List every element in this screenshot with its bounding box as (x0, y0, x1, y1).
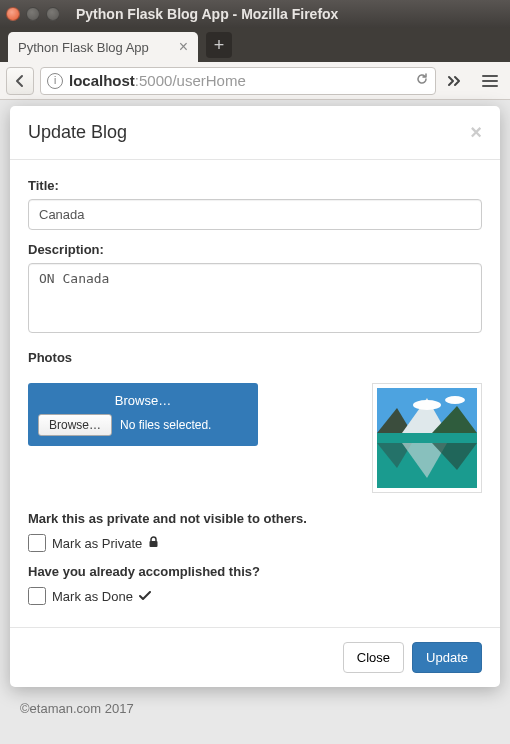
window-titlebar: Python Flask Blog App - Mozilla Firefox (0, 0, 510, 28)
svg-point-9 (445, 396, 465, 404)
check-icon (139, 589, 151, 604)
title-label: Title: (28, 178, 482, 193)
done-checkbox-label: Mark as Done (52, 589, 133, 604)
address-bar[interactable]: i localhost:5000/userHome (40, 67, 436, 95)
svg-rect-10 (150, 541, 158, 547)
back-button[interactable] (6, 67, 34, 95)
page-content: ©etaman.com 2017 Update Blog × Title: De… (0, 100, 510, 744)
modal-header: Update Blog × (10, 106, 500, 160)
url-text: localhost:5000/userHome (69, 72, 246, 89)
file-upload-widget[interactable]: Browse… Browse… No files selected. (28, 383, 258, 446)
overflow-button[interactable] (442, 67, 470, 95)
upload-browse-label: Browse… (28, 393, 258, 414)
update-button[interactable]: Update (412, 642, 482, 673)
window-close-button[interactable] (6, 7, 20, 21)
done-checkbox[interactable] (28, 587, 46, 605)
reload-icon[interactable] (415, 72, 429, 89)
description-label: Description: (28, 242, 482, 257)
modal-title: Update Blog (28, 122, 127, 143)
site-info-icon[interactable]: i (47, 73, 63, 89)
photos-row: Browse… Browse… No files selected. (28, 383, 482, 493)
window-minimize-button[interactable] (26, 7, 40, 21)
title-input[interactable] (28, 199, 482, 230)
modal-close-icon[interactable]: × (470, 121, 482, 144)
browse-button[interactable]: Browse… (38, 414, 112, 436)
window-title: Python Flask Blog App - Mozilla Firefox (76, 6, 338, 22)
photos-label: Photos (28, 350, 482, 365)
modal-footer: Close Update (10, 627, 500, 687)
private-checkbox[interactable] (28, 534, 46, 552)
modal-body: Title: Description: ON Canada Photos Bro… (10, 160, 500, 627)
update-blog-modal: Update Blog × Title: Description: ON Can… (10, 106, 500, 687)
lake-photo-icon (377, 388, 477, 488)
private-checkbox-row: Mark as Private (28, 534, 482, 552)
new-tab-button[interactable]: + (206, 32, 232, 58)
close-button[interactable]: Close (343, 642, 404, 673)
browser-tab[interactable]: Python Flask Blog App × (8, 32, 198, 62)
photo-thumbnail[interactable] (372, 383, 482, 493)
tab-label: Python Flask Blog App (18, 40, 149, 55)
lock-icon (148, 536, 159, 551)
browser-toolbar: i localhost:5000/userHome (0, 62, 510, 100)
description-input[interactable]: ON Canada (28, 263, 482, 333)
private-checkbox-label: Mark as Private (52, 536, 142, 551)
window-maximize-button[interactable] (46, 7, 60, 21)
hamburger-menu-button[interactable] (476, 67, 504, 95)
svg-point-8 (413, 400, 441, 410)
done-heading: Have you already accomplished this? (28, 564, 482, 579)
no-files-text: No files selected. (120, 418, 211, 432)
private-heading: Mark this as private and not visible to … (28, 511, 482, 526)
done-checkbox-row: Mark as Done (28, 587, 482, 605)
browser-tabstrip: Python Flask Blog App × + (0, 28, 510, 62)
tab-close-icon[interactable]: × (179, 38, 188, 56)
